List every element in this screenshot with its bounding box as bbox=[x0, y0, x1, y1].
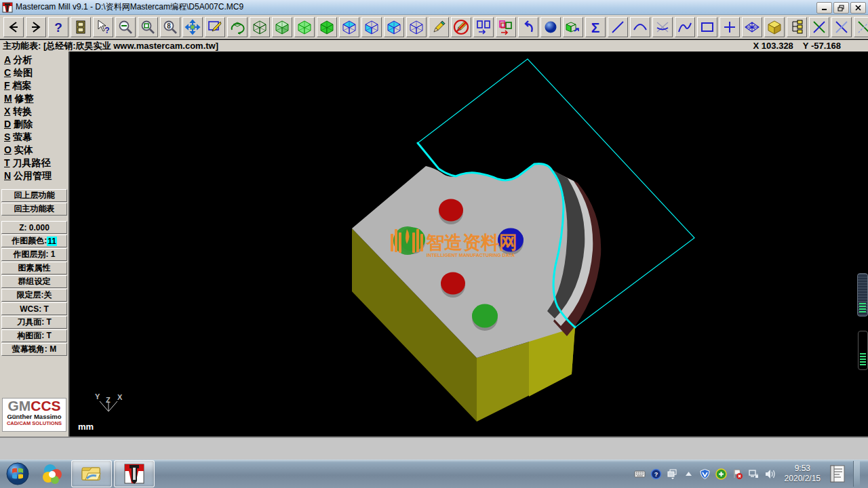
toolbar-button-cube-cyan-top[interactable] bbox=[339, 17, 359, 37]
coord-y: Y -57.168 bbox=[803, 41, 841, 51]
status-button-6[interactable]: WCS: T bbox=[1, 302, 67, 315]
menu-strip: 主功能表: [总经销:欣昊实业 www.mastercam.com.tw] X … bbox=[0, 40, 868, 52]
toolbar-button-line[interactable] bbox=[608, 17, 628, 37]
toolbar-button-back[interactable] bbox=[3, 17, 24, 37]
coordinate-readout: X 103.328 Y -57.168 bbox=[753, 40, 841, 52]
taskbar-explorer-button[interactable] bbox=[71, 460, 112, 487]
toolbar-button-copy-color[interactable] bbox=[496, 17, 516, 37]
tray-icon-action-flag[interactable] bbox=[732, 468, 743, 480]
tray-icon-show-hidden[interactable] bbox=[683, 468, 694, 480]
toolbar-button-cube-light-green[interactable] bbox=[294, 17, 315, 37]
main-menu-list: A 分析C 绘图F 档案M 修整X 转换D 删除S 萤幕O 实体T 刀具路径N … bbox=[0, 52, 68, 182]
toolbar-button-zoom-window[interactable] bbox=[138, 17, 158, 37]
show-desktop-button[interactable] bbox=[853, 461, 860, 487]
sidebar-menu-S[interactable]: S 萤幕 bbox=[0, 131, 68, 144]
toolbar-button-pan[interactable] bbox=[182, 17, 203, 37]
toolbar-button-point[interactable] bbox=[719, 17, 740, 37]
tray-icon-keyboard[interactable] bbox=[634, 468, 646, 480]
sidebar-menu-T[interactable]: T 刀具路径 bbox=[0, 157, 68, 169]
toolbar-button-cube-move[interactable] bbox=[563, 17, 583, 37]
toolbar-button-cube-wire-green[interactable] bbox=[250, 17, 270, 37]
tray-icon-input-help[interactable]: ? bbox=[650, 468, 662, 480]
close-button[interactable] bbox=[850, 2, 866, 14]
toolbar-button-rectangle[interactable] bbox=[697, 17, 717, 37]
status-button-8[interactable]: 构图面: T bbox=[1, 329, 67, 342]
toolbar-button-trim-b[interactable] bbox=[831, 17, 852, 37]
back-one-level-button[interactable]: 回上层功能 bbox=[1, 189, 67, 202]
toolbar-button-cube-shade-green[interactable] bbox=[272, 17, 292, 37]
start-button[interactable] bbox=[2, 461, 33, 487]
toolbar-button-levels[interactable] bbox=[787, 17, 807, 37]
window-title: Mastercam Mill v9.1 - D:\资料网Mastercam编程\… bbox=[16, 1, 243, 13]
overlay-widget-bottom[interactable] bbox=[858, 331, 868, 370]
toolbar-button-cube-fill-green[interactable] bbox=[317, 17, 337, 37]
status-button-9[interactable]: 萤幕视角: M bbox=[1, 343, 67, 356]
gmccs-line3: CAD/CAM SOLUTIONS bbox=[3, 420, 66, 426]
sidebar-menu-C[interactable]: C 绘图 bbox=[0, 66, 68, 79]
toolbar-button-surface-wire[interactable] bbox=[742, 17, 762, 37]
toolbar-button-pencil[interactable] bbox=[429, 17, 449, 37]
main-menu-label: 主功能表: [总经销:欣昊实业 www.mastercam.com.tw] bbox=[3, 40, 218, 52]
svg-text:?: ? bbox=[104, 26, 109, 35]
tray-icon-popup-window[interactable] bbox=[667, 468, 678, 480]
restore-button[interactable] bbox=[833, 2, 849, 14]
overlay-widget-top[interactable] bbox=[857, 273, 868, 317]
toolbar-button-analyze[interactable]: ? bbox=[93, 17, 113, 37]
status-button-1[interactable]: 作图颜色:11 bbox=[1, 235, 67, 247]
toolbar-button-sphere[interactable] bbox=[540, 17, 561, 37]
toolbar-button-trim-a[interactable] bbox=[809, 17, 829, 37]
graphics-viewport[interactable]: 智造资料网 INTELLIGENT MANUFACTURING DATA Y Z… bbox=[70, 52, 868, 436]
toolbar-button-copy-rect[interactable] bbox=[473, 17, 494, 37]
sidebar-menu-F[interactable]: F 档案 bbox=[0, 79, 68, 92]
toolbar-button-spline[interactable] bbox=[675, 17, 695, 37]
tray-icon-volume[interactable] bbox=[764, 468, 776, 480]
sidebar-menu-X[interactable]: X 转换 bbox=[0, 105, 68, 118]
toolbar-button-cube-cyan-front[interactable] bbox=[361, 17, 382, 37]
status-button-2[interactable]: 作图层别: 1 bbox=[1, 248, 67, 261]
toolbar-button-delete-off[interactable] bbox=[451, 17, 471, 37]
clock-time: 9:53 bbox=[785, 464, 821, 474]
gmccs-logo: GMCCS Günther Massimo CAD/CAM SOLUTIONS bbox=[2, 398, 66, 432]
axis-labels: Y Z X bbox=[95, 392, 123, 404]
prompt-bar[interactable] bbox=[0, 436, 868, 460]
toolbar-button-rotate[interactable] bbox=[227, 17, 248, 37]
status-buttons: Z: 0.000作图颜色:11作图层别: 1图素属性群组设定限定层:关WCS: … bbox=[0, 221, 68, 356]
back-main-menu-button[interactable]: 回主功能表 bbox=[1, 203, 67, 216]
taskbar-mastercam-button[interactable] bbox=[114, 460, 155, 487]
toolbar-button-repaint[interactable] bbox=[205, 17, 225, 37]
notes-icon[interactable] bbox=[829, 464, 846, 483]
status-button-7[interactable]: 刀具面: T bbox=[1, 316, 67, 329]
sidebar-menu-O[interactable]: O 实体 bbox=[0, 144, 68, 157]
status-button-4[interactable]: 群组设定 bbox=[1, 275, 67, 288]
toolbar-button-solid-box[interactable] bbox=[764, 17, 785, 37]
toolbar-button-arc[interactable] bbox=[630, 17, 650, 37]
toolbar-button-zoom[interactable] bbox=[115, 17, 136, 37]
toolbar-button-file[interactable] bbox=[71, 17, 91, 37]
toolbar-button-trim-c[interactable] bbox=[854, 17, 868, 37]
tray-icon-update-plus[interactable] bbox=[715, 468, 727, 480]
toolbar-button-sigma[interactable]: Σ bbox=[585, 17, 606, 37]
toolbar-button-cube-cyan-two[interactable] bbox=[384, 17, 404, 37]
svg-text:智造资料网: 智造资料网 bbox=[425, 232, 517, 253]
toolbar-button-cube-wire-blue[interactable] bbox=[406, 17, 427, 37]
system-tray: ? 9:53 2020/2/15 bbox=[634, 460, 860, 488]
browser-icon[interactable] bbox=[35, 461, 69, 487]
status-button-3[interactable]: 图素属性 bbox=[1, 262, 67, 274]
toolbar-button-forward[interactable] bbox=[26, 17, 46, 37]
sidebar-menu-M[interactable]: M 修整 bbox=[0, 92, 68, 105]
sidebar-menu-A[interactable]: A 分析 bbox=[0, 54, 68, 66]
toolbar-button-help[interactable]: ? bbox=[48, 17, 68, 37]
toolbar-button-zoom-scale[interactable]: 8 bbox=[160, 17, 180, 37]
svg-text:8: 8 bbox=[167, 22, 171, 30]
gmccs-wordmark: GMCCS bbox=[3, 399, 66, 413]
toolbar-button-trim-two[interactable] bbox=[652, 17, 673, 37]
toolbar-button-undo[interactable] bbox=[518, 17, 538, 37]
status-button-0[interactable]: Z: 0.000 bbox=[1, 221, 67, 234]
sidebar-menu-D[interactable]: D 删除 bbox=[0, 118, 68, 131]
taskbar-clock[interactable]: 9:53 2020/2/15 bbox=[785, 464, 821, 484]
status-button-5[interactable]: 限定层:关 bbox=[1, 289, 67, 302]
tray-icon-network[interactable] bbox=[748, 468, 760, 480]
minimize-button[interactable] bbox=[816, 2, 832, 14]
tray-icon-security-shield[interactable] bbox=[699, 468, 711, 480]
sidebar-menu-N[interactable]: N 公用管理 bbox=[0, 169, 68, 182]
